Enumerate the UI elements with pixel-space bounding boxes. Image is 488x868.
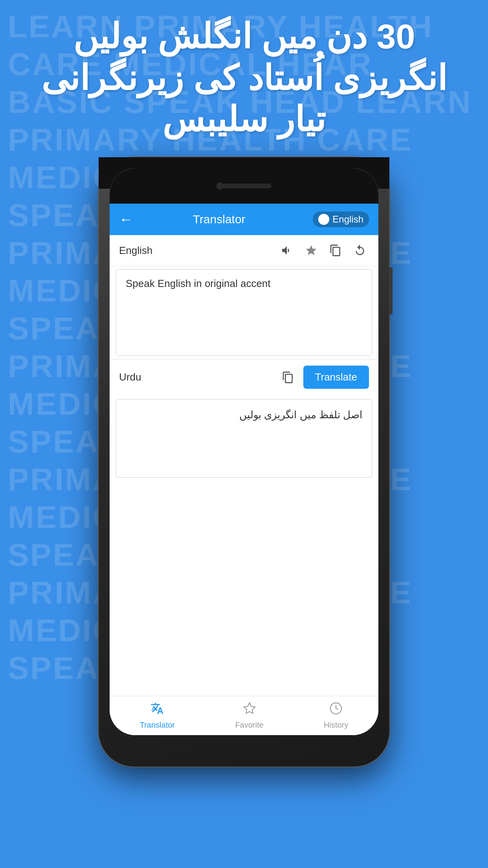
nav-item-favorite[interactable]: Favorite xyxy=(235,702,263,730)
copy-button[interactable] xyxy=(327,241,345,259)
source-lang-row: English xyxy=(110,235,378,266)
star-nav-icon xyxy=(243,702,256,718)
heading-line1: 30 دن میں انگلش بولیں xyxy=(24,16,464,57)
target-text: اصل تلفظ میں انگریزی بولیں xyxy=(239,409,362,421)
source-text: Speak English in original accent xyxy=(126,278,271,289)
heading-line2: انگریزی اُستاد کی زیرنگرانی تیار سلیبس xyxy=(24,57,464,140)
target-lang-row: Urdu Translate xyxy=(110,359,378,395)
phone-shell: ← Translator English English xyxy=(99,157,389,767)
header-title: Translator xyxy=(141,213,297,226)
phone-speaker xyxy=(216,184,272,188)
toggle-circle xyxy=(318,214,329,225)
nav-item-translator[interactable]: A Translator xyxy=(140,702,175,730)
phone-container: ← Translator English English xyxy=(99,157,389,786)
target-lang-label: Urdu xyxy=(119,371,273,383)
favorite-button[interactable] xyxy=(302,241,320,259)
back-button[interactable]: ← xyxy=(119,211,133,228)
app-header: ← Translator English xyxy=(110,204,378,235)
empty-area xyxy=(110,482,378,696)
favorite-nav-label: Favorite xyxy=(235,721,263,730)
history-nav-label: History xyxy=(324,721,348,730)
source-text-box[interactable]: Speak English in original accent xyxy=(116,269,372,356)
target-text-box: اصل تلفظ میں انگریزی بولیں xyxy=(116,399,372,478)
translator-nav-label: Translator xyxy=(140,721,175,730)
toggle-label: English xyxy=(332,214,363,225)
phone-bezel-top xyxy=(110,168,378,204)
phone-screen: ← Translator English English xyxy=(110,168,378,735)
nav-item-history[interactable]: History xyxy=(324,702,348,730)
language-toggle[interactable]: English xyxy=(313,211,369,227)
translator-body: English xyxy=(110,235,378,735)
bottom-nav: A Translator xyxy=(110,696,378,735)
top-heading: 30 دن میں انگلش بولیں انگریزی اُستاد کی … xyxy=(0,16,488,140)
translate-nav-icon: A xyxy=(150,702,164,718)
history-nav-icon xyxy=(329,702,343,718)
translate-button[interactable]: Translate xyxy=(303,366,369,389)
app-content: ← Translator English English xyxy=(110,204,378,735)
speaker-button[interactable] xyxy=(278,241,296,259)
reset-button[interactable] xyxy=(351,241,369,259)
svg-marker-1 xyxy=(244,703,255,714)
source-lang-label: English xyxy=(119,245,272,257)
target-copy-button[interactable] xyxy=(279,368,297,386)
